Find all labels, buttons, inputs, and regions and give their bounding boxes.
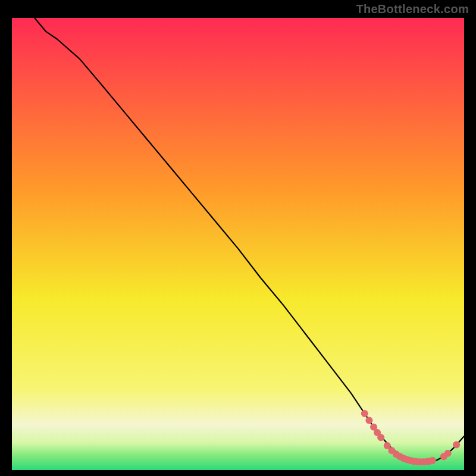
gradient-background [12, 18, 464, 470]
plot-area [12, 18, 464, 470]
chart-stage: TheBottleneck.com [0, 0, 476, 476]
highlight-dot [453, 441, 460, 448]
highlight-dot [429, 457, 436, 464]
watermark-text: TheBottleneck.com [356, 2, 469, 16]
plot-svg [12, 18, 464, 470]
highlight-dot [365, 416, 372, 424]
highlight-dot [444, 450, 452, 457]
highlight-dot [377, 434, 384, 441]
highlight-dot [361, 410, 368, 417]
